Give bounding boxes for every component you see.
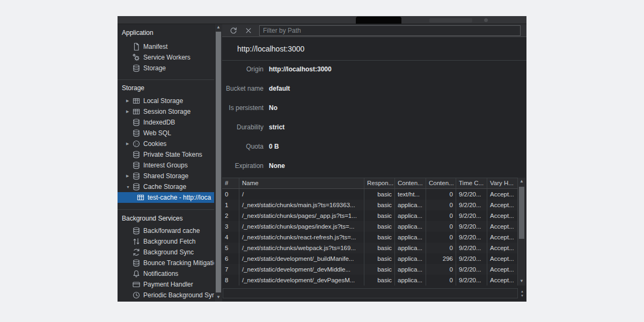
cell[interactable]: basic	[364, 253, 395, 264]
sidebar-item-storage[interactable]: Storage	[118, 63, 214, 74]
table-row[interactable]: 7/_next/static/development/_devMiddle...…	[222, 264, 518, 275]
column-header-index[interactable]: #	[222, 178, 239, 188]
cell[interactable]: 9/2/20...	[456, 210, 487, 221]
scroll-down-arrow-icon[interactable]: ▼	[215, 294, 222, 301]
cell[interactable]: text/ht...	[395, 189, 426, 200]
sidebar-item-local-storage[interactable]: ▶Local Storage	[118, 96, 214, 106]
cell[interactable]: applica...	[395, 243, 426, 253]
sidebar-item-manifest[interactable]: Manifest	[118, 41, 214, 52]
cell[interactable]: 296	[426, 253, 456, 264]
cell[interactable]: Accept...	[487, 243, 518, 253]
cell[interactable]: Accept...	[487, 275, 518, 286]
cell[interactable]: 0	[426, 221, 456, 232]
cell[interactable]: /_next/static/chunks/webpack.js?ts=169..…	[239, 243, 364, 253]
sidebar-item-bounce-tracking-mitigatio[interactable]: Bounce Tracking Mitigatio	[118, 258, 214, 268]
cell[interactable]: Accept...	[487, 200, 518, 210]
sidebar-item-notifications[interactable]: Notifications	[118, 268, 214, 279]
cell[interactable]: 9/2/20...	[456, 232, 487, 243]
tree-collapsed-triangle-icon[interactable]: ▶	[126, 99, 132, 103]
cell[interactable]: /_next/static/chunks/react-refresh.js?ts…	[239, 232, 364, 243]
column-header-respon[interactable]: Respon...	[364, 178, 395, 188]
cell[interactable]: applica...	[395, 200, 426, 210]
cell[interactable]: 4	[222, 232, 239, 243]
sidebar-scrollbar-thumb[interactable]	[216, 32, 221, 292]
cell[interactable]: 0	[426, 232, 456, 243]
sidebar-item-test-cache-http-loca[interactable]: test-cache - http://loca	[118, 192, 214, 203]
cell[interactable]: 0	[426, 275, 456, 286]
cell[interactable]: basic	[364, 189, 395, 200]
tree-collapsed-triangle-icon[interactable]: ▶	[126, 142, 132, 146]
sidebar-item-background-sync[interactable]: Background Sync	[118, 247, 214, 258]
cell[interactable]: /_next/static/development/_devMiddle...	[239, 264, 364, 275]
cell[interactable]: applica...	[395, 210, 426, 221]
cell[interactable]: 5	[222, 243, 239, 253]
cell[interactable]: basic	[364, 264, 395, 275]
filter-by-path-input[interactable]	[259, 25, 521, 36]
sidebar-item-web-sql[interactable]: Web SQL	[118, 128, 214, 138]
cell[interactable]: 1	[222, 200, 239, 210]
column-header-conten[interactable]: Conten...	[395, 178, 426, 188]
cell[interactable]: /_next/static/chunks/pages/index.js?ts=.…	[239, 221, 364, 232]
cell[interactable]: 2	[222, 210, 239, 221]
cell[interactable]: /_next/static/chunks/main.js?ts=169363..…	[239, 200, 364, 210]
cell[interactable]: basic	[364, 275, 395, 286]
cell[interactable]: 0	[426, 264, 456, 275]
table-row[interactable]: 8/_next/static/development/_devPagesM...…	[222, 275, 518, 286]
cell[interactable]: /_next/static/development/_buildManife..…	[239, 253, 364, 264]
table-scrollbar[interactable]: ▲ ▼	[518, 178, 525, 286]
sidebar-item-payment-handler[interactable]: Payment Handler	[118, 279, 214, 290]
refresh-icon[interactable]	[229, 26, 238, 35]
cell[interactable]: 9/2/20...	[456, 275, 487, 286]
tree-collapsed-triangle-icon[interactable]: ▶	[126, 109, 132, 114]
cell[interactable]: 9/2/20...	[456, 221, 487, 232]
cell[interactable]: Accept...	[487, 210, 518, 221]
cell[interactable]: 8	[222, 275, 239, 286]
sidebar-item-cache-storage[interactable]: ▼Cache Storage	[118, 181, 214, 192]
column-header-timec[interactable]: Time C...	[456, 178, 487, 188]
cell[interactable]: Accept...	[487, 221, 518, 232]
cell[interactable]: applica...	[395, 221, 426, 232]
sidebar-item-interest-groups[interactable]: Interest Groups	[118, 160, 214, 171]
scroll-down-arrow-icon[interactable]: ▼	[518, 278, 525, 284]
cell[interactable]: basic	[364, 243, 395, 253]
cell[interactable]: 9/2/20...	[456, 243, 487, 253]
cell[interactable]: basic	[364, 232, 395, 243]
sidebar-item-private-state-tokens[interactable]: Private State Tokens	[118, 149, 214, 160]
cell[interactable]: 9/2/20...	[456, 189, 487, 200]
sidebar-item-background-fetch[interactable]: Background Fetch	[118, 236, 214, 247]
cell[interactable]: 0	[426, 210, 456, 221]
cell[interactable]: /	[239, 189, 364, 200]
scroll-down-arrow-icon[interactable]: ▼	[519, 294, 525, 298]
sidebar-item-session-storage[interactable]: ▶Session Storage	[118, 106, 214, 117]
sidebar-item-cookies[interactable]: ▶Cookies	[118, 138, 214, 149]
table-scrollbar-thumb[interactable]	[519, 187, 524, 239]
cell[interactable]: 9/2/20...	[456, 264, 487, 275]
column-header-name[interactable]: Name	[239, 178, 364, 188]
sidebar-item-periodic-background-sync[interactable]: Periodic Background Sync	[118, 290, 214, 301]
cell[interactable]: 0	[222, 189, 239, 200]
cell[interactable]: Accept...	[487, 253, 518, 264]
active-panel-tab-partial[interactable]	[356, 17, 401, 24]
cell[interactable]: Accept...	[487, 189, 518, 200]
cell[interactable]: 0	[426, 189, 456, 200]
cell[interactable]: applica...	[395, 264, 426, 275]
table-row[interactable]: 3/_next/static/chunks/pages/index.js?ts=…	[222, 221, 518, 232]
table-row[interactable]: 5/_next/static/chunks/webpack.js?ts=169.…	[222, 243, 518, 253]
cell[interactable]: applica...	[395, 253, 426, 264]
cell[interactable]: 3	[222, 221, 239, 232]
table-row[interactable]: 0/basictext/ht...09/2/20...Accept...	[222, 189, 518, 200]
sidebar-scrollbar[interactable]: ▲ ▼	[215, 24, 222, 302]
cell[interactable]: applica...	[395, 275, 426, 286]
clear-icon[interactable]	[244, 26, 253, 35]
sidebar-item-back-forward-cache[interactable]: Back/forward cache	[118, 225, 214, 236]
scroll-up-arrow-icon[interactable]: ▲	[215, 24, 222, 31]
table-row[interactable]: 6/_next/static/development/_buildManife.…	[222, 253, 518, 264]
cell[interactable]: 0	[426, 200, 456, 210]
column-header-varyh[interactable]: Vary H...	[487, 178, 518, 188]
cell[interactable]: basic	[364, 221, 395, 232]
sidebar-item-shared-storage[interactable]: ▶Shared Storage	[118, 171, 214, 181]
cell[interactable]: 0	[426, 243, 456, 253]
sidebar-item-service-workers[interactable]: Service Workers	[118, 52, 214, 63]
cell[interactable]: Accept...	[487, 264, 518, 275]
cell[interactable]: /_next/static/development/_devPagesM...	[239, 275, 364, 286]
